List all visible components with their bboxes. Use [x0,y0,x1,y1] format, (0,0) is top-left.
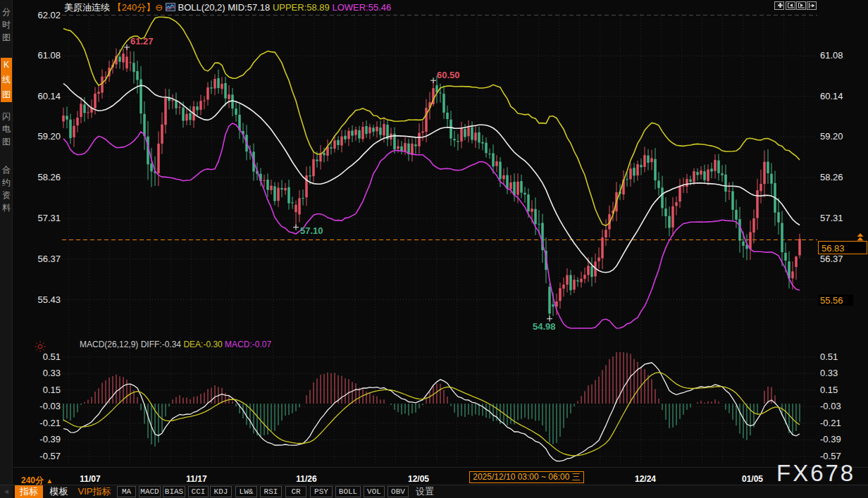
svg-text:12/05: 12/05 [408,474,429,484]
svg-text:0.15: 0.15 [820,385,838,395]
svg-text:62.02: 62.02 [37,10,61,20]
svg-text:57.10: 57.10 [300,225,323,236]
svg-text:0.33: 0.33 [820,368,838,378]
svg-text:56.37: 56.37 [37,254,61,264]
svg-text:61.27: 61.27 [130,36,154,46]
svg-text:57.31: 57.31 [820,213,843,223]
svg-text:55.43: 55.43 [37,294,61,305]
svg-text:-0.57: -0.57 [39,451,61,461]
svg-text:12/24: 12/24 [635,474,656,484]
svg-text:11/17: 11/17 [186,474,207,484]
svg-text:0.51: 0.51 [43,351,61,362]
svg-text:55.56: 55.56 [820,295,843,306]
svg-text:58.26: 58.26 [37,172,61,182]
svg-text:61.08: 61.08 [37,50,61,61]
svg-text:60.50: 60.50 [437,70,460,80]
svg-text:56.83: 56.83 [822,243,845,254]
svg-text:59.20: 59.20 [37,131,61,142]
svg-text:-0.39: -0.39 [39,434,61,444]
svg-text:58.26: 58.26 [820,172,843,182]
svg-text:59.20: 59.20 [820,131,843,142]
svg-text:54.98: 54.98 [533,321,556,332]
svg-text:11/07: 11/07 [80,474,101,484]
svg-text:-0.03: -0.03 [39,401,61,411]
svg-text:-0.21: -0.21 [820,418,841,428]
svg-text:60.14: 60.14 [820,91,843,101]
svg-text:-0.39: -0.39 [820,434,841,444]
svg-text:57.31: 57.31 [37,213,61,223]
svg-text:0.33: 0.33 [43,368,61,378]
svg-text:0.15: 0.15 [43,385,61,395]
svg-text:11/26: 11/26 [296,474,317,484]
svg-text:60.14: 60.14 [37,91,61,101]
svg-text:56.37: 56.37 [820,254,843,264]
svg-text:01/05: 01/05 [742,474,763,484]
svg-text:-0.21: -0.21 [39,418,61,428]
svg-text:61.08: 61.08 [820,50,843,61]
svg-text:-0.03: -0.03 [820,401,841,411]
svg-text:0.51: 0.51 [820,351,838,362]
